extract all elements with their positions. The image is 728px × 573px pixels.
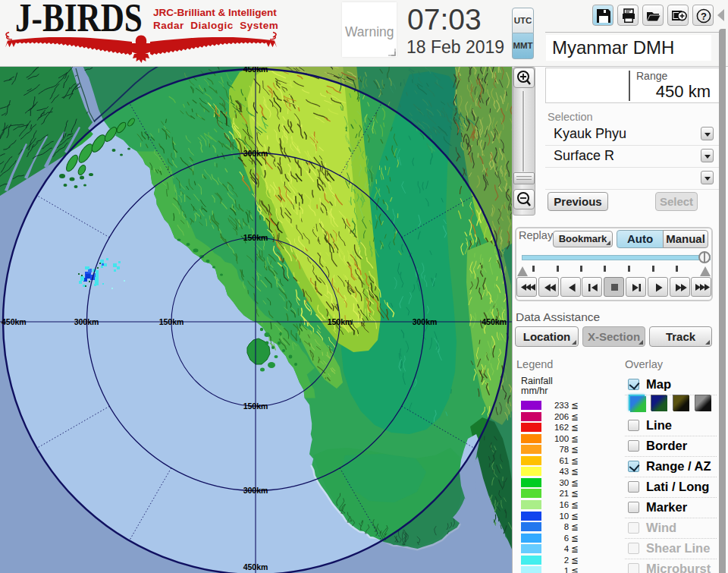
svg-text:450km: 450km xyxy=(243,562,268,571)
svg-text:150km: 150km xyxy=(243,233,268,242)
svg-text:450km: 450km xyxy=(482,317,507,326)
svg-text:450km: 450km xyxy=(2,317,27,326)
svg-text:150km: 150km xyxy=(159,317,184,326)
svg-text:300km: 300km xyxy=(243,149,268,158)
svg-text:450km: 450km xyxy=(243,67,268,74)
svg-text:300km: 300km xyxy=(74,317,99,326)
svg-text:?: ? xyxy=(701,11,707,22)
svg-text:300km: 300km xyxy=(413,317,438,326)
svg-text:150km: 150km xyxy=(243,401,268,411)
svg-text:300km: 300km xyxy=(243,486,268,495)
svg-text:150km: 150km xyxy=(328,317,353,326)
